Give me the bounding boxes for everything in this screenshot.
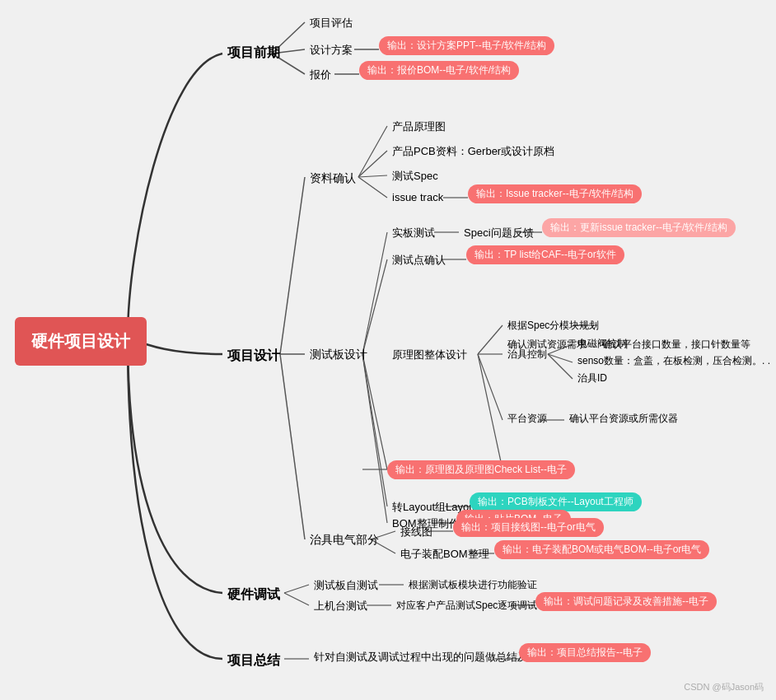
svg-line-11 [358, 177, 387, 198]
node-上机台测试: 上机台测试 [309, 597, 372, 615]
svg-line-8 [358, 126, 387, 177]
node-确认平台资源: 确认平台资源或所需仪器 [564, 410, 683, 427]
node-报价: 报价 [305, 66, 336, 84]
svg-line-23 [478, 354, 503, 420]
node-out-更新issue: 输出：更新issue tracker--电子/软件/结构 [542, 218, 736, 237]
node-senso: senso数量：盒盖，在板检测，压合检测。. . [573, 352, 775, 370]
node-测试板设计: 测试板设计 [305, 346, 372, 364]
node-资料确认: 资料确认 [305, 170, 361, 188]
node-Speci: Speci问题反馈 [459, 224, 539, 242]
watermark: CSDN @码Jason码 [684, 681, 764, 693]
node-测试点确认: 测试点确认 [387, 251, 451, 269]
node-测试Spec: 测试Spec [387, 167, 443, 185]
node-接线图: 接线图 [395, 523, 437, 541]
node-out-原理图: 输出：原理图及原理图Check List--电子 [387, 460, 575, 479]
node-实板测试: 实板测试 [387, 224, 440, 242]
svg-line-13 [362, 232, 387, 354]
node-治具电气: 治具电气部分 [305, 531, 384, 549]
node-out-电子装配: 输出：电子装配BOM或电气BOM--电子or电气 [494, 540, 709, 559]
node-设计方案: 设计方案 [305, 41, 358, 59]
root-node: 硬件项目设计 [15, 317, 147, 366]
svg-line-5 [280, 177, 305, 354]
node-项目前期: 项目前期 [222, 43, 285, 63]
node-out-TP: 输出：TP list给CAF--电子or软件 [466, 245, 624, 264]
svg-line-36 [284, 585, 309, 593]
node-out-调试: 输出：调试问题记录及改善措施--电子 [535, 592, 717, 611]
node-根据Spec: 根据Spec分模块规划 [503, 317, 604, 334]
svg-line-10 [358, 175, 387, 177]
svg-line-7 [280, 354, 305, 539]
node-out-总结: 输出：项目总结报告--电子 [519, 643, 651, 662]
node-平台资源: 平台资源 [503, 410, 552, 427]
node-硬件调试: 硬件调试 [222, 585, 285, 605]
node-电子装配: 电子装配BOM整理 [395, 545, 494, 563]
svg-line-21 [478, 325, 503, 354]
node-out-报价: 输出：报价BOM--电子/软件/结构 [359, 61, 519, 80]
node-治具ID: 治具ID [573, 370, 612, 387]
node-out-设计方案: 输出：设计方案PPT--电子/软件/结构 [379, 36, 554, 55]
node-原理图整体: 原理图整体设计 [387, 346, 472, 364]
node-项目评估: 项目评估 [305, 14, 358, 32]
node-产品原理图: 产品原理图 [387, 118, 451, 136]
svg-line-16 [362, 354, 387, 506]
node-out-自测试: 根据测试板模块进行功能验证 [404, 576, 542, 594]
node-测试板自测试: 测试板自测试 [309, 576, 383, 595]
svg-line-37 [284, 593, 309, 605]
svg-line-14 [362, 259, 387, 354]
node-项目设计: 项目设计 [222, 346, 285, 366]
node-out-issue: 输出：Issue tracker--电子/软件/结构 [468, 184, 642, 203]
svg-line-24 [478, 354, 503, 469]
svg-line-17 [362, 354, 387, 523]
svg-line-9 [358, 151, 387, 177]
node-out-PCB: 输出：PCB制板文件--Layout工程师 [470, 492, 642, 511]
node-电磁阀控制: 电磁阀控制 [573, 335, 632, 352]
node-out-接线图: 输出：项目接线图--电子or电气 [453, 518, 604, 537]
node-对应客户: 对应客户产品测试Spec逐项调试 [391, 597, 542, 614]
node-项目总结: 项目总结 [222, 651, 285, 671]
node-治具控制: 治具控制 [503, 346, 552, 363]
node-产品PCB: 产品PCB资料：Gerber或设计原档 [387, 142, 559, 161]
svg-line-15 [362, 354, 387, 469]
node-针对自测试: 针对自测试及调试过程中出现的问题做总结及变更 [309, 648, 554, 666]
node-issue-track: issue track [387, 189, 448, 205]
canvas: 硬件项目设计 项目前期 项目评估 设计方案 输出：设计方案PPT--电子/软件/… [0, 0, 776, 700]
